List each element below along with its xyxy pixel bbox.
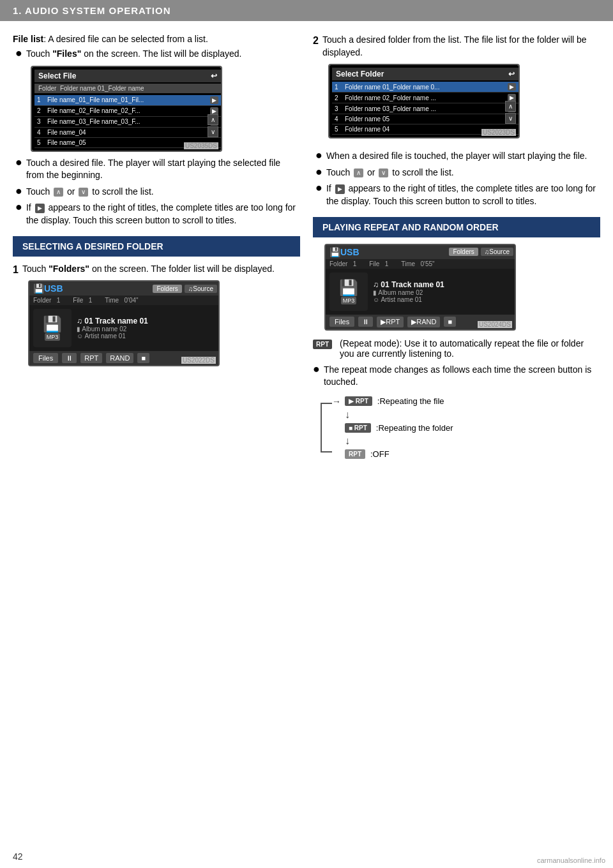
repeat-btn-1: ▶ RPT bbox=[345, 396, 372, 406]
left-column: File list: A desired file can be selecte… bbox=[13, 34, 300, 459]
playing-repeat-section: PLAYING REPEAT AND RANDOM ORDER bbox=[313, 217, 600, 237]
page-number: 42 bbox=[13, 851, 23, 862]
bullet-item-3: ● Touch ∧ or ∨ to scroll the list. bbox=[15, 186, 300, 198]
sfl-arrow-1[interactable]: ▶ bbox=[508, 83, 516, 91]
sf-file-row-3[interactable]: 3 File name_03_File name_03_F... ▶ bbox=[34, 117, 221, 128]
usb-pause-btn-2[interactable]: ⏸ bbox=[358, 317, 373, 327]
sf-folder-name: Folder name 01_Folder name bbox=[60, 85, 144, 92]
playing-repeat-title: PLAYING REPEAT AND RANDOM ORDER bbox=[322, 222, 499, 232]
usb-mp3-badge-2: MP3 bbox=[341, 297, 357, 304]
repeat-row-1: → ▶ RPT :Repeating the file bbox=[332, 396, 600, 407]
bullet-item-2: ● Touch a desired file. The player will … bbox=[15, 157, 300, 182]
step2-text: 2Touch a desired folder from the list. T… bbox=[313, 34, 600, 59]
sfl-folder-row-3[interactable]: 3 Folder name 03_Folder name ... ▶ bbox=[332, 103, 518, 114]
sf-file-name-2: File name_02_File name_02_F... bbox=[47, 107, 210, 114]
header-title: 1. AUDIO SYSTEM OPERATION bbox=[13, 5, 171, 16]
usb-source-2[interactable]: ♫Source bbox=[481, 248, 513, 256]
sfl-num-1: 1 bbox=[335, 84, 345, 91]
bullet-text-4: If ▶ appears to the right of titles, the… bbox=[26, 202, 300, 227]
usb-icon-area-1: 💾 MP3 bbox=[33, 309, 72, 347]
usb-rand-btn-2[interactable]: ▶RAND bbox=[407, 317, 440, 327]
step1-block: 1Touch "Folders" on the screen. The fold… bbox=[13, 263, 300, 372]
sfl-folder-row-2[interactable]: 2 Folder name 02_Folder name ... ▶ bbox=[332, 93, 518, 103]
sfl-scroll-buttons: ∧ ∨ bbox=[505, 101, 516, 124]
sf-scroll-down[interactable]: ∨ bbox=[208, 126, 218, 137]
sf-folder-label: Folder bbox=[38, 85, 56, 92]
usb-files-btn-1[interactable]: Files bbox=[33, 353, 58, 363]
sfl-scroll-up[interactable]: ∧ bbox=[505, 101, 516, 112]
usb-track-info-2: ♫ 01 Track name 01 ▮ Album name 02 ☺ Art… bbox=[373, 280, 513, 303]
usb-top-bar-2: 💾USB Folders ♫Source bbox=[326, 245, 516, 259]
sf-file-row-1[interactable]: 1 File name_01_File name_01_Fil... ▶ bbox=[34, 95, 221, 106]
sf-file-num-1: 1 bbox=[37, 96, 47, 103]
sf-files-area: 1 File name_01_File name_01_Fil... ▶ 2 F… bbox=[34, 95, 221, 148]
step1-num: 1 bbox=[13, 263, 19, 277]
usb-artist-1: ☺ Artist name 01 bbox=[77, 333, 217, 340]
sf-scroll-buttons: ∧ ∨ bbox=[208, 114, 218, 137]
selecting-folder-title: SELECTING A DESIRED FOLDER bbox=[22, 241, 163, 251]
repeat-changes-text: The repeat mode changes as follows each … bbox=[324, 364, 600, 389]
bracket-line bbox=[321, 403, 322, 453]
right-arrow-icon: ▶ bbox=[35, 204, 45, 213]
usb-rand-btn-1[interactable]: RAND bbox=[106, 353, 133, 363]
repeat-btn-2: ■ RPT bbox=[345, 423, 371, 433]
usb-info-bar-2: Folder 1 File 1 Time 0'55" bbox=[326, 259, 516, 269]
folder-bullet-3: ● If ▶ appears to the right of titles, t… bbox=[315, 183, 600, 207]
sf-file-name-4: File name_04 bbox=[47, 129, 218, 136]
sfl-folder-row-4[interactable]: 4 Folder name 05 bbox=[332, 114, 518, 124]
folder-bullet-1: ● When a desired file is touched, the pl… bbox=[315, 150, 600, 163]
select-file-display: Select File ↩ Folder Folder name 01_Fold… bbox=[32, 67, 222, 151]
usb-body-1: 💾 MP3 ♫ 01 Track name 01 ▮ Album name 02… bbox=[29, 305, 220, 351]
usb-info-file-1: File 1 bbox=[73, 297, 92, 304]
select-folder-display: Select Folder ↩ 1 Folder name 01_Folder … bbox=[329, 65, 520, 137]
repeat-btn-3: RPT bbox=[345, 449, 365, 459]
sfl-num-4: 4 bbox=[335, 116, 345, 123]
usb-source-1[interactable]: ♫Source bbox=[185, 285, 217, 293]
scroll-up-icon: ∧ bbox=[54, 188, 63, 197]
usb-track-name-1: ♫ 01 Track name 01 bbox=[77, 317, 217, 326]
folder-bullet-2: ● Touch ∧ or ∨ to scroll the list. bbox=[315, 167, 600, 179]
sfl-num-2: 2 bbox=[335, 94, 345, 101]
sf-file-arrow-1[interactable]: ▶ bbox=[210, 96, 218, 104]
sf-file-row-4[interactable]: 4 File name_04 bbox=[34, 128, 221, 138]
sf-scroll-up[interactable]: ∧ bbox=[208, 114, 218, 125]
usb-rpt-btn-2[interactable]: ▶RPT bbox=[377, 317, 404, 327]
folder-bullet-text-1: When a desired file is touched, the play… bbox=[326, 150, 587, 163]
bullet-text-3: Touch ∧ or ∨ to scroll the list. bbox=[26, 186, 154, 198]
sfl-folder-row-1[interactable]: 1 Folder name 01_Folder name 0... ▶ bbox=[332, 82, 518, 93]
sf-file-num-4: 4 bbox=[37, 129, 47, 136]
sfl-scroll-down[interactable]: ∨ bbox=[505, 113, 516, 124]
usb-stop-btn-2[interactable]: ■ bbox=[444, 317, 456, 327]
usb-stick-icon-1: 💾 bbox=[43, 315, 62, 333]
usb-info-folder-1: Folder 1 bbox=[33, 297, 60, 304]
folder-right-arrow-icon: ▶ bbox=[335, 184, 345, 194]
usb-album-2: ▮ Album name 02 bbox=[373, 289, 513, 296]
repeat-mode-block: RPT (Repeat mode): Use it to automatical… bbox=[313, 338, 600, 359]
usb-top-bar-1: 💾USB Folders ♫Source bbox=[29, 281, 220, 296]
usb-mp3-badge-1: MP3 bbox=[45, 333, 61, 341]
usb-tabs-1: Folders ♫Source bbox=[153, 285, 217, 293]
sf-file-row-2[interactable]: 2 File name_02_File name_02_F... ▶ bbox=[34, 106, 221, 117]
sfl-title-bar: Select Folder ↩ bbox=[332, 68, 518, 80]
step2-block: 2Touch a desired folder from the list. T… bbox=[313, 34, 600, 144]
sf-file-name-3: File name_03_File name_03_F... bbox=[47, 118, 210, 125]
usb-track-info-1: ♫ 01 Track name 01 ▮ Album name 02 ☺ Art… bbox=[77, 317, 217, 340]
folder-bullet-dot-2: ● bbox=[315, 165, 322, 179]
usb-tab-folders-2[interactable]: Folders bbox=[449, 248, 478, 256]
usb-rpt-btn-1[interactable]: RPT bbox=[80, 353, 102, 363]
usb-tab-folders-1[interactable]: Folders bbox=[153, 285, 181, 293]
rpt-label-icon: RPT bbox=[313, 338, 332, 348]
right-column: 2Touch a desired folder from the list. T… bbox=[313, 34, 600, 459]
folder-bullet-text-3: If ▶ appears to the right of titles, the… bbox=[326, 183, 600, 207]
folder-bullet-dot-1: ● bbox=[315, 149, 322, 163]
folder-scroll-down-icon: ∨ bbox=[379, 168, 388, 177]
usb-stick-icon-2: 💾 bbox=[339, 279, 358, 297]
usb-files-btn-2[interactable]: Files bbox=[329, 317, 354, 327]
bracket-bottom bbox=[321, 451, 332, 453]
sfl-back-icon: ↩ bbox=[508, 70, 515, 79]
scroll-down-icon: ∨ bbox=[79, 188, 88, 197]
sfl-num-5: 5 bbox=[335, 126, 345, 133]
repeat-row-2: ■ RPT :Repeating the folder bbox=[332, 423, 600, 433]
usb-pause-btn-1[interactable]: ⏸ bbox=[62, 353, 77, 363]
usb-stop-btn-1[interactable]: ■ bbox=[137, 353, 149, 363]
